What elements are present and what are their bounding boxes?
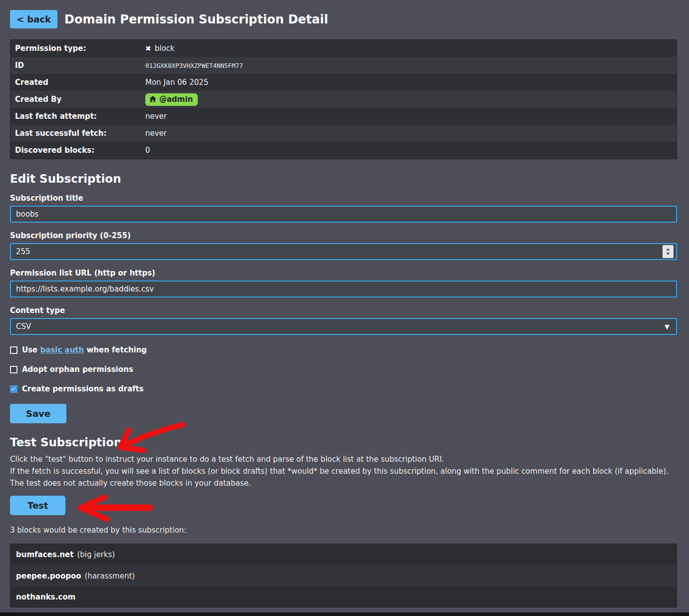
- test-button[interactable]: Test: [10, 496, 65, 515]
- info-row-created-by: Created By @admin: [10, 91, 677, 108]
- info-row-permission-type: Permission type: ✖ block: [10, 40, 677, 57]
- page-header: < back Domain Permission Subscription De…: [10, 10, 677, 28]
- subscription-id-value: 01JGXK8XP3VHXZPWET4NN5FM77: [145, 62, 243, 69]
- back-button[interactable]: < back: [10, 10, 57, 28]
- drafts-checkbox-row: ✓ Create permissions as drafts: [10, 384, 677, 393]
- info-value: ✖ block: [145, 44, 175, 53]
- priority-value: 255: [16, 247, 663, 256]
- info-value: @admin: [145, 93, 198, 106]
- test-description-line: The test does not actually create those …: [10, 477, 677, 489]
- basic-auth-label: Use basic auth when fetching: [22, 345, 147, 354]
- page-title: Domain Permission Subscription Detail: [64, 12, 328, 26]
- basic-auth-checkbox-row: ✓ Use basic auth when fetching: [10, 345, 677, 354]
- last-successful-fetch-value: never: [145, 129, 167, 138]
- drafts-label: Create permissions as drafts: [22, 384, 144, 393]
- info-row-last-fetch-attempt: Last fetch attempt: never: [10, 108, 677, 125]
- created-date-value: Mon Jan 06 2025: [145, 78, 208, 87]
- drafts-checkbox[interactable]: ✓: [10, 385, 17, 393]
- info-label: Permission type:: [10, 44, 145, 53]
- test-description: Click the "test" button to instruct your…: [10, 453, 677, 489]
- test-result-blocks-list: bumfaces.net (big jerks) peepee.poopoo (…: [10, 544, 677, 608]
- permission-list-url-input[interactable]: [10, 281, 677, 298]
- test-description-line: If the fetch is successful, you will see…: [10, 465, 677, 477]
- chevron-down-icon: ▼: [665, 323, 674, 330]
- last-fetch-attempt-value: never: [145, 112, 167, 121]
- stepper-down-icon[interactable]: [666, 253, 670, 255]
- block-domain: peepee.poopoo: [16, 572, 81, 581]
- created-by-username: @admin: [159, 95, 193, 104]
- test-description-line: Click the "test" button to instruct your…: [10, 453, 677, 465]
- adopt-orphans-checkbox[interactable]: ✓: [10, 366, 17, 373]
- block-list-item: bumfaces.net (big jerks): [10, 544, 677, 565]
- content-type-label: Content type: [10, 306, 677, 315]
- block-domain: bumfaces.net: [16, 550, 73, 559]
- test-result-summary: 3 blocks would be created by this subscr…: [10, 526, 677, 535]
- info-label: Discovered blocks:: [10, 146, 145, 155]
- subscription-info-table: Permission type: ✖ block ID 01JGXK8XP3VH…: [10, 39, 677, 159]
- info-row-created: Created Mon Jan 06 2025: [10, 74, 677, 91]
- domain-permission-subscription-detail-page: < back Domain Permission Subscription De…: [0, 0, 689, 608]
- block-comment: (harassment): [85, 572, 135, 581]
- block-x-icon: ✖: [145, 44, 151, 52]
- test-subscription-heading: Test Subscription: [10, 436, 677, 449]
- subscription-title-label: Subscription title: [10, 194, 677, 203]
- number-stepper[interactable]: [663, 245, 674, 258]
- info-label: Last successful fetch:: [10, 129, 145, 138]
- bottom-bar: [0, 613, 689, 616]
- block-list-item: peepee.poopoo (harassment): [10, 565, 677, 586]
- save-button[interactable]: Save: [10, 404, 66, 423]
- check-icon: ✓: [11, 386, 16, 392]
- subscription-priority-label: Subscription priority (0-255): [10, 231, 677, 240]
- edit-subscription-heading: Edit Subscription: [10, 172, 677, 185]
- info-label: ID: [10, 61, 145, 70]
- subscription-priority-input[interactable]: 255: [10, 243, 677, 260]
- home-icon: [149, 96, 156, 102]
- content-type-select[interactable]: CSV ▼: [10, 318, 677, 335]
- created-by-badge[interactable]: @admin: [145, 93, 198, 106]
- permission-list-url-label: Permission list URL (http or https): [10, 269, 677, 278]
- block-list-item: nothanks.com: [10, 586, 677, 607]
- block-comment: (big jerks): [77, 550, 115, 559]
- info-row-id: ID 01JGXK8XP3VHXZPWET4NN5FM77: [10, 57, 677, 74]
- basic-auth-checkbox[interactable]: ✓: [10, 346, 17, 354]
- info-label: Created: [10, 78, 145, 87]
- info-row-discovered-blocks: Discovered blocks: 0: [10, 142, 677, 159]
- subscription-title-input[interactable]: [10, 206, 677, 223]
- adopt-orphans-label: Adopt orphan permissions: [22, 365, 133, 374]
- adopt-orphans-checkbox-row: ✓ Adopt orphan permissions: [10, 365, 677, 374]
- permission-type-value: block: [155, 44, 175, 53]
- info-row-last-successful-fetch: Last successful fetch: never: [10, 125, 677, 142]
- basic-auth-link[interactable]: basic auth: [40, 345, 84, 354]
- discovered-blocks-value: 0: [145, 146, 150, 155]
- info-label: Created By: [10, 95, 145, 104]
- stepper-up-icon[interactable]: [666, 248, 670, 251]
- info-label: Last fetch attempt:: [10, 112, 145, 121]
- content-type-value: CSV: [16, 322, 665, 331]
- block-domain: nothanks.com: [16, 593, 75, 602]
